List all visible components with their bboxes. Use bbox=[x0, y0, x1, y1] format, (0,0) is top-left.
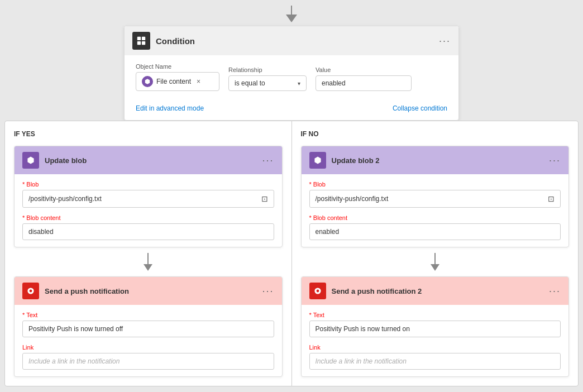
if-no-push-link-field[interactable]: Include a link in the notification bbox=[309, 353, 561, 370]
if-no-blob-title: Update blob 2 bbox=[332, 156, 380, 165]
if-yes-push-icon bbox=[22, 283, 39, 299]
if-no-push-header-left: Send a push notification 2 bbox=[309, 283, 422, 299]
condition-title: Condition bbox=[156, 36, 195, 46]
if-yes-blob-title: Update blob bbox=[45, 156, 87, 165]
if-no-push-body: * Text Positivity Push is now turned on … bbox=[302, 305, 569, 376]
if-no-push-more-button[interactable]: ··· bbox=[549, 285, 561, 297]
svg-rect-1 bbox=[142, 37, 145, 40]
if-yes-blob-icon bbox=[22, 152, 39, 169]
if-yes-blob-header: Update blob ··· bbox=[15, 146, 282, 174]
chevron-down-icon: ▾ bbox=[298, 80, 300, 87]
condition-icon bbox=[132, 32, 150, 50]
if-yes-branch: IF YES Update blob ··· * Blob bbox=[5, 121, 292, 386]
if-no-push-link-label: Link bbox=[309, 344, 561, 351]
if-no-branch: IF NO Update blob 2 ··· * Blob bbox=[292, 121, 579, 386]
value-input[interactable] bbox=[316, 75, 412, 91]
if-yes-blob-content-label: * Blob content bbox=[22, 214, 274, 221]
if-no-blob-value-field[interactable]: /positivity-push/config.txt ⊡ bbox=[309, 190, 561, 208]
condition-header: Condition ··· bbox=[125, 26, 458, 55]
relationship-select[interactable]: is equal to ▾ bbox=[228, 75, 307, 91]
branches-container: IF YES Update blob ··· * Blob bbox=[4, 121, 579, 386]
condition-header-left: Condition bbox=[132, 32, 195, 50]
if-no-blob-content-field[interactable]: enabled bbox=[309, 223, 561, 240]
if-yes-push-link-placeholder: Include a link in the notification bbox=[28, 357, 120, 365]
file-content-icon bbox=[142, 76, 153, 87]
blob2-path-icon: ⊡ bbox=[548, 194, 555, 203]
if-no-push-title: Send a push notification 2 bbox=[332, 287, 422, 295]
top-arrow bbox=[0, 2, 583, 26]
if-yes-push-text-label: * Text bbox=[22, 312, 274, 318]
object-name-group: Object Name File content × bbox=[136, 63, 219, 91]
file-content-text: File content bbox=[156, 78, 191, 85]
condition-more-button[interactable]: ··· bbox=[439, 35, 451, 47]
if-yes-push-header: Send a push notification ··· bbox=[15, 277, 282, 305]
if-yes-push-link-field[interactable]: Include a link in the notification bbox=[22, 353, 274, 370]
condition-fields: Object Name File content × Relationship bbox=[136, 63, 447, 91]
if-yes-push-card: Send a push notification ··· * Text Posi… bbox=[14, 276, 283, 377]
if-no-blob-content-label: * Blob content bbox=[309, 214, 561, 221]
svg-marker-4 bbox=[145, 79, 150, 84]
page-wrapper: Condition ··· Object Name File content bbox=[0, 0, 583, 386]
hexagon-icon bbox=[144, 78, 151, 85]
if-yes-blob-more-button[interactable]: ··· bbox=[262, 155, 274, 166]
if-yes-push-body: * Text Positivity Push is now turned off… bbox=[15, 305, 282, 376]
if-no-push-link-placeholder: Include a link in the notification bbox=[316, 357, 407, 365]
file-content-pill[interactable]: File content × bbox=[136, 72, 219, 91]
object-name-label: Object Name bbox=[136, 63, 219, 70]
if-no-push-text-field[interactable]: Positivity Push is now turned on bbox=[309, 321, 561, 337]
blob2-icon-svg bbox=[313, 156, 322, 165]
svg-rect-3 bbox=[142, 41, 145, 45]
if-yes-push-text-field[interactable]: Positivity Push is now turned off bbox=[22, 321, 274, 337]
svg-point-7 bbox=[30, 290, 32, 293]
if-no-blob-header: Update blob 2 ··· bbox=[302, 146, 569, 174]
if-yes-blob-value-field[interactable]: /positivity-push/config.txt ⊡ bbox=[22, 190, 274, 208]
collapse-condition-link[interactable]: Collapse condition bbox=[393, 104, 447, 112]
if-no-blob-more-button[interactable]: ··· bbox=[549, 155, 561, 166]
svg-rect-2 bbox=[137, 41, 141, 45]
if-yes-blob-card: Update blob ··· * Blob /positivity-push/… bbox=[14, 146, 283, 247]
value-group: Value bbox=[316, 66, 412, 91]
if-yes-blob-body: * Blob /positivity-push/config.txt ⊡ * B… bbox=[15, 174, 282, 247]
blob-icon-svg bbox=[26, 156, 35, 165]
push2-bell-icon bbox=[313, 286, 322, 295]
svg-point-10 bbox=[316, 290, 319, 293]
relationship-value: is equal to bbox=[235, 79, 265, 87]
svg-marker-8 bbox=[314, 157, 321, 164]
if-no-push-icon bbox=[309, 283, 326, 299]
condition-svg-icon bbox=[136, 36, 146, 46]
if-no-blob-card: Update blob 2 ··· * Blob /positivity-pus… bbox=[301, 146, 570, 247]
svg-rect-0 bbox=[137, 37, 141, 40]
if-yes-blob-content-field[interactable]: disabled bbox=[22, 223, 274, 240]
if-yes-push-more-button[interactable]: ··· bbox=[262, 285, 274, 297]
if-yes-push-header-left: Send a push notification bbox=[22, 283, 129, 299]
relationship-label: Relationship bbox=[228, 66, 307, 73]
if-yes-between-arrow bbox=[14, 253, 283, 271]
condition-footer: Edit in advanced mode Collapse condition bbox=[125, 99, 458, 120]
if-no-blob-header-left: Update blob 2 bbox=[309, 152, 380, 169]
condition-body: Object Name File content × Relationship bbox=[125, 55, 458, 99]
condition-card: Condition ··· Object Name File content bbox=[124, 26, 459, 121]
if-yes-blob-label: * Blob bbox=[22, 181, 274, 188]
if-no-label: IF NO bbox=[301, 130, 570, 138]
if-no-blob-body: * Blob /positivity-push/config.txt ⊡ * B… bbox=[302, 174, 569, 247]
if-no-blob-label: * Blob bbox=[309, 181, 561, 188]
if-yes-push-link-label: Link bbox=[22, 344, 274, 351]
if-no-push-card: Send a push notification 2 ··· * Text Po… bbox=[301, 276, 570, 377]
if-no-push-header: Send a push notification 2 ··· bbox=[302, 277, 569, 305]
svg-marker-5 bbox=[27, 157, 34, 164]
relationship-group: Relationship is equal to ▾ bbox=[228, 66, 307, 91]
value-label: Value bbox=[316, 66, 412, 73]
edit-advanced-link[interactable]: Edit in advanced mode bbox=[136, 104, 204, 112]
blob-path-icon: ⊡ bbox=[261, 194, 268, 203]
if-yes-push-title: Send a push notification bbox=[45, 287, 129, 295]
if-no-blob-icon bbox=[309, 152, 326, 169]
if-no-between-arrow bbox=[301, 253, 570, 271]
push-bell-icon bbox=[26, 286, 35, 295]
if-no-push-text-label: * Text bbox=[309, 312, 561, 318]
if-yes-blob-header-left: Update blob bbox=[22, 152, 87, 169]
if-yes-label: IF YES bbox=[14, 130, 283, 138]
pill-close-button[interactable]: × bbox=[197, 78, 200, 85]
